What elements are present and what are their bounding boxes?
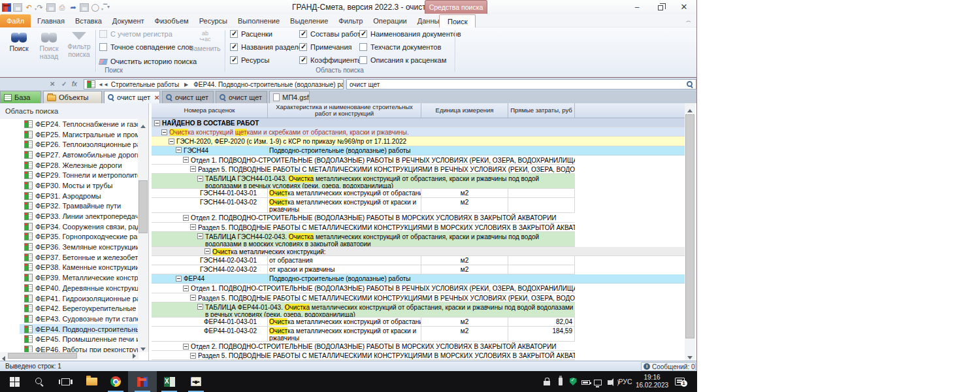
expander-icon[interactable] (169, 139, 174, 144)
doc-tab-4[interactable]: очист щет✕ (216, 91, 267, 103)
search-input[interactable]: очист щет (346, 79, 696, 90)
sidebar-item[interactable]: ФЕР35. Горнопроходческие работы (0, 232, 138, 242)
sidebar-item[interactable]: ФЕР46. Работы при реконструкции здан (0, 344, 138, 352)
tab-close-icon[interactable]: ✕ (154, 94, 159, 101)
option-1[interactable]: Точное совпадение слов (99, 43, 193, 51)
checkbox[interactable] (299, 43, 307, 51)
grid-row[interactable]: Раздел 5. ПОДВОДНЫЕ РАБОТЫ С МЕТАЛЛИЧЕСК… (152, 293, 685, 302)
grid-row[interactable]: Отдел 2. ПОДВОДНО-СТРОИТЕЛЬНЫЕ (ВОДОЛАЗН… (152, 342, 685, 351)
apply-icon[interactable]: ✓ (61, 80, 67, 88)
grid-row[interactable]: ГЭСН44-01-043-02Очистка металлических ко… (152, 198, 685, 213)
checkbox[interactable] (359, 56, 367, 64)
grand-smeta-taskbar-button[interactable] (128, 371, 157, 392)
checkbox[interactable] (230, 30, 238, 38)
clear-search-history-button[interactable]: Очистить историю поиска (99, 57, 197, 65)
sidebar-item[interactable]: ФЕР27. Автомобильные дороги (0, 150, 138, 160)
grid-row[interactable]: ФЕР44-01-043-02Очистка металлических кон… (152, 327, 685, 342)
grid-row[interactable]: Отдел 2. ПОДВОДНО-СТРОИТЕЛЬНЫЕ (ВОДОЛАЗН… (152, 213, 685, 222)
scope-option-5[interactable]: Коэффициенты (299, 56, 363, 64)
preview-icon[interactable] (46, 3, 56, 12)
grid-row[interactable]: НАЙДЕНО В СОСТАВЕ РАБОТ (152, 118, 685, 127)
messages-panel[interactable]: i Сообщений: 0 (641, 362, 696, 371)
taskbar-search-button[interactable] (25, 371, 54, 392)
ribbon-tab-1[interactable]: Главная (32, 14, 70, 27)
redo-icon[interactable]: ↷ (35, 3, 44, 12)
ribbon-tab-2[interactable]: Вставка (70, 14, 107, 27)
grid-row[interactable]: ФЕР44-01-043-01Очистка металлических кон… (152, 318, 685, 327)
sidebar-item[interactable]: ФЕР42. Берегоукрепительные работы (0, 303, 138, 314)
sidebar-item[interactable]: ФЕР30. Мосты и трубы (0, 180, 138, 191)
expander-icon[interactable] (197, 176, 203, 182)
excel-button[interactable] (155, 371, 184, 392)
scope-option-2[interactable]: Ресурсы (230, 56, 269, 64)
ribbon-tab-8[interactable]: Фильтр (333, 14, 368, 27)
tab-close-icon[interactable]: ✕ (266, 94, 267, 101)
network-icon[interactable] (592, 371, 604, 392)
grid-row[interactable]: ТАБЛИЦА ФЕР44-01-043. Очистка металличес… (152, 302, 685, 318)
breadcrumb[interactable]: ◄◄ Строительные работы ▶ ФЕР44. Подводно… (84, 79, 344, 90)
expander-icon[interactable] (183, 215, 189, 221)
scope-option-3[interactable]: Составы работ (299, 30, 361, 38)
grid-row[interactable]: ГЭСН44Подводно-строительные (водолазные)… (152, 146, 685, 155)
grid-column-header[interactable]: Номера расценок (152, 103, 268, 118)
grid-vertical-scrollbar[interactable] (685, 103, 695, 361)
tab-close-icon[interactable]: ✕ (212, 94, 214, 101)
scope-option-8[interactable]: Описания к расценкам (359, 56, 446, 64)
expander-icon[interactable] (190, 353, 196, 359)
history-icon[interactable]: ◯ (91, 3, 100, 12)
sidebar-item[interactable]: ФЕР44. Подводно-строительные (водол (0, 324, 138, 335)
sidebar-item[interactable]: ФЕР38. Каменные конструкции гидротех (0, 263, 138, 273)
grid-row[interactable]: Очистка металлических конструкций: (152, 247, 685, 256)
grid-row[interactable]: ФЕР44Подводно-строительные (водолазные) … (152, 274, 685, 284)
ribbon-collapse-icon[interactable]: ︿ (686, 17, 691, 24)
save-icon[interactable] (13, 3, 22, 12)
grid-row[interactable]: ТАБЛИЦА ГЭСН44-02-043. Очистка металличе… (152, 232, 685, 247)
expander-icon[interactable] (176, 147, 182, 153)
sidebar-item[interactable]: ФЕР24. Теплоснабжение и газопроводы (0, 119, 138, 129)
sidebar-item[interactable]: ФЕР31. Аэродромы (0, 191, 138, 201)
checkbox[interactable] (299, 30, 307, 38)
sidebar-item[interactable]: ФЕР29. Тоннели и метрополитены (0, 170, 138, 180)
scope-option-7[interactable]: Техчасти документов (359, 43, 441, 51)
checkbox[interactable] (230, 43, 238, 51)
grid-row[interactable]: ГЭСН44-01-043-01Очистка металлических ко… (152, 189, 685, 198)
chrome-button[interactable] (101, 371, 130, 392)
checkbox[interactable] (359, 30, 367, 38)
grid-row[interactable]: ТАБЛИЦА ГЭСН44-01-043. Очистка металличе… (152, 174, 685, 189)
security-key-icon[interactable] (541, 371, 553, 392)
ribbon-tab-9[interactable]: Операции (368, 14, 412, 27)
sidebar-horizontal-scrollbar[interactable] (0, 352, 139, 359)
qat-customize-icon[interactable]: ▔▾ (102, 3, 111, 12)
sidebar-item[interactable]: ФЕР26. Теплоизоляционные работы (0, 139, 138, 150)
ribbon-tab-7[interactable]: Выделение (285, 14, 333, 27)
sidebar-vertical-scrollbar[interactable] (138, 119, 148, 352)
fx-icon[interactable]: fx (72, 80, 77, 88)
expander-icon[interactable] (197, 304, 203, 310)
checkbox[interactable] (359, 43, 367, 51)
scope-option-6[interactable]: Наименования документов (359, 30, 461, 38)
sidebar-item[interactable]: ФЕР37. Бетонные и железобетонные кон (0, 252, 138, 263)
checkbox[interactable] (99, 43, 107, 51)
grid-row[interactable]: Отдел 1. ПОДВОДНО-СТРОИТЕЛЬНЫЕ (ВОДОЛАЗН… (152, 155, 685, 165)
grid-column-header[interactable]: Единица измерения (421, 103, 508, 118)
undo-icon[interactable]: ↶ (24, 3, 33, 12)
doc-tab-5[interactable]: МП4.gsfx✕ (269, 91, 310, 103)
close-button[interactable]: ✕ (679, 3, 689, 12)
expander-icon[interactable] (183, 344, 189, 350)
checkbox[interactable] (299, 56, 307, 64)
checkbox[interactable] (230, 56, 238, 64)
grid-row[interactable]: Раздел 5. ПОДВОДНЫЕ РАБОТЫ С МЕТАЛЛИЧЕСК… (152, 351, 685, 360)
expander-icon[interactable] (176, 276, 182, 282)
scope-option-4[interactable]: Примечания (299, 43, 352, 51)
doc-tab-1[interactable]: Объекты (43, 91, 102, 103)
sidebar-item[interactable]: ФЕР32. Трамвайные пути (0, 201, 138, 212)
export-icon[interactable]: ➦ (69, 3, 78, 12)
power-icon[interactable] (579, 371, 592, 392)
usb-icon[interactable] (555, 371, 566, 392)
ribbon-tab-file[interactable]: Файл (0, 14, 31, 27)
grid-row[interactable]: ГЭСН44-02-043-01от обрастаниям2 (152, 256, 685, 265)
app-logo-icon[interactable] (2, 3, 11, 12)
sidebar-item[interactable]: ФЕР43. Судовозные пути стапелей и сли (0, 314, 138, 324)
grid-row[interactable]: Отдел 1. ПОДВОДНО-СТРОИТЕЛЬНЫЕ (ВОДОЛАЗН… (152, 284, 685, 293)
report-icon[interactable] (80, 3, 89, 12)
